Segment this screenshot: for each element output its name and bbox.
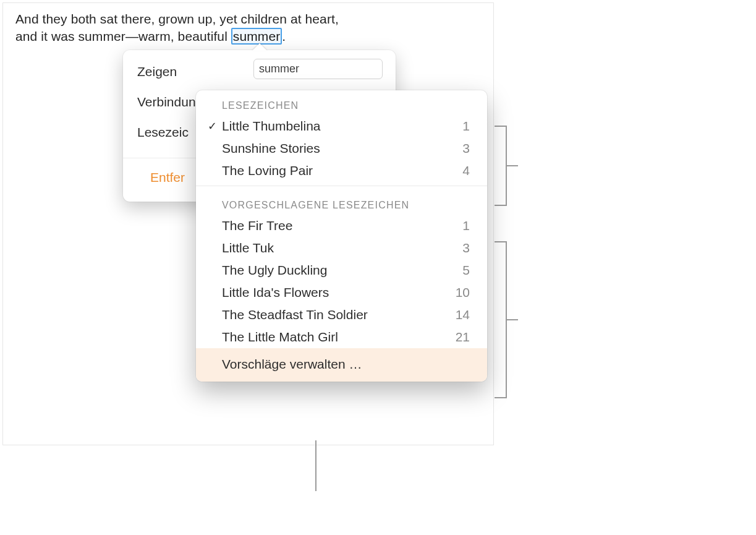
menu-item-label: The Steadfast Tin Soldier — [222, 307, 456, 322]
menu-item-suggested[interactable]: The Fir Tree 1 — [196, 215, 487, 237]
menu-item-count: 4 — [462, 163, 470, 178]
callout-bracket — [495, 126, 507, 127]
popover-arrow-icon — [252, 43, 267, 51]
menu-item-bookmark[interactable]: The Loving Pair 4 — [196, 160, 487, 182]
callout-line — [507, 319, 518, 320]
remove-link-button[interactable]: Entfer — [150, 170, 185, 185]
menu-item-suggested[interactable]: The Steadfast Tin Soldier 14 — [196, 304, 487, 326]
menu-item-count: 1 — [462, 218, 470, 233]
menu-item-count: 5 — [462, 263, 470, 278]
callout-bracket — [495, 205, 507, 206]
menu-item-bookmark[interactable]: ✓ Little Thumbelina 1 — [196, 115, 487, 137]
menu-item-count: 21 — [456, 330, 470, 345]
menu-item-suggested[interactable]: Little Tuk 3 — [196, 237, 487, 259]
manage-suggestions-button[interactable]: Vorschläge verwalten … — [196, 348, 487, 382]
body-text[interactable]: And they both sat there, grown up, yet c… — [15, 11, 339, 46]
menu-item-label: The Loving Pair — [222, 163, 462, 178]
menu-item-label: The Little Match Girl — [222, 330, 456, 345]
menu-item-count: 3 — [462, 241, 470, 255]
callout-bracket — [495, 241, 507, 242]
menu-item-count: 3 — [462, 141, 470, 156]
menu-item-suggested[interactable]: The Ugly Duckling 5 — [196, 259, 487, 281]
callout-bracket — [495, 397, 507, 398]
popover-label-link: Verbindung — [137, 95, 203, 109]
menu-item-label: Little Tuk — [222, 241, 462, 255]
menu-item-label: Sunshine Stories — [222, 141, 462, 156]
linked-word[interactable]: summer — [231, 28, 282, 45]
menu-header-bookmarks: LESEZEICHEN — [196, 90, 487, 115]
display-text-field[interactable]: summer — [253, 59, 383, 79]
menu-item-count: 14 — [456, 307, 470, 322]
menu-item-label: The Ugly Duckling — [222, 263, 462, 278]
menu-item-suggested[interactable]: The Little Match Girl 21 — [196, 326, 487, 348]
text-line-2b: . — [282, 29, 286, 43]
menu-header-suggested: VORGESCHLAGENE LESEZEICHEN — [196, 190, 487, 215]
menu-item-count: 1 — [462, 119, 470, 134]
menu-item-bookmark[interactable]: Sunshine Stories 3 — [196, 137, 487, 160]
bookmark-menu: LESEZEICHEN ✓ Little Thumbelina 1 Sunshi… — [196, 90, 487, 382]
text-line-2a: and it was summer—warm, beautiful — [15, 29, 231, 43]
menu-item-label: Little Ida's Flowers — [222, 285, 456, 300]
menu-separator — [196, 186, 487, 186]
menu-item-suggested[interactable]: Little Ida's Flowers 10 — [196, 281, 487, 304]
callout-line — [507, 165, 518, 166]
menu-item-count: 10 — [456, 285, 470, 300]
popover-label-bookmark: Lesezeic — [137, 125, 203, 140]
menu-item-label: The Fir Tree — [222, 218, 462, 233]
menu-item-label: Little Thumbelina — [222, 119, 462, 134]
popover-label-show: Zeigen — [137, 64, 203, 79]
display-text-value: summer — [259, 62, 299, 75]
checkmark-icon: ✓ — [202, 119, 222, 133]
callout-line — [315, 440, 316, 491]
text-line-1: And they both sat there, grown up, yet c… — [15, 12, 339, 26]
